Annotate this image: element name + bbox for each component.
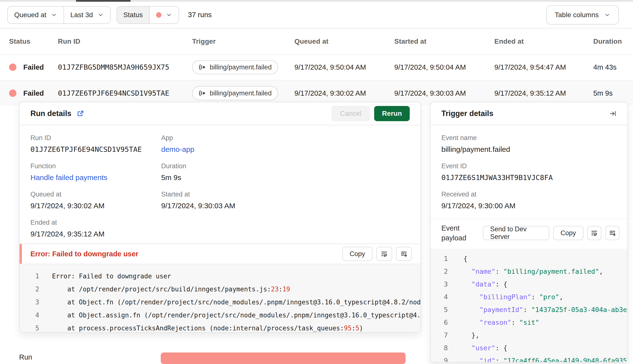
list-arrow-down-icon [400,250,408,258]
horizontal-scrollbar-track[interactable] [0,0,633,2]
field-value: 9/17/2024, 9:30:02 AM [30,202,161,210]
send-to-dev-server-button[interactable]: Send to Dev Server [483,226,549,240]
code-segment: Error: Failed to downgrade user [52,272,171,280]
code-segment: : [279,286,283,293]
code-segment: 23 [271,286,278,293]
field-label: Function [30,162,161,170]
text-wrap-icon [590,229,598,237]
table-row[interactable]: Failed 01J7ZFBG5DMM85MJA9H659JX75 billin… [0,54,633,80]
payload-line: 4 "billingPlan": "pro", [430,290,627,303]
status-failed-dot [156,12,162,18]
line-number: 2 [430,268,464,275]
status-filter-group: Status [116,6,179,24]
rerun-button[interactable]: Rerun [374,106,410,121]
status-dot [9,90,16,97]
line-number: 5 [430,306,464,314]
line-number: 2 [20,286,52,293]
payload-line: 7 }, [430,329,627,342]
code-segment: "billingPlan" [464,293,531,301]
payload-line: 9 "id": "17ca4ff6-45ea-4149-9b48-6fa935b… [430,354,627,362]
field-label: App [161,134,410,142]
event-payload-json[interactable]: 1{2 "name": "billing/payment.failed",3 "… [430,249,627,362]
wrap-text-button[interactable] [587,226,602,240]
copy-payload-button[interactable]: Copy [553,226,584,240]
field-value: 01J7ZE6TPJF6E94NCSD1V95TAE [30,145,161,154]
code-segment: "billing/payment.failed" [504,268,599,275]
function-link[interactable]: Handle failed payments [30,174,161,182]
code-segment: "user" [464,344,495,352]
field-ended-at: Ended at 9/17/2024, 9:35:12 AM [30,219,161,238]
error-header: Error: Failed to downgrade user Copy [20,244,420,264]
run-details-panel: Run details Cancel Rerun Run ID 01J7ZE6T… [19,102,421,332]
chevron-down-icon [98,12,104,18]
field-label: Run ID [30,134,161,142]
line-number: 5 [20,324,52,332]
collapse-panel-button[interactable] [609,110,616,117]
trigger-name: billing/payment.failed [210,90,272,97]
column-header-ended-at: Ended at [494,28,524,54]
line-number: 1 [430,255,464,262]
field-duration: Duration 5m 9s [161,162,410,182]
line-number: 8 [430,344,464,352]
code-segment: "1437a25f-05a3-404a-ab3e-d4e [531,306,627,314]
event-broadcast-icon [198,63,206,71]
timeline-failed-run-bar[interactable] [161,352,406,364]
table-columns-button[interactable]: Table columns [546,6,619,24]
status-filter-dropdown[interactable] [149,6,178,23]
field-label: Event ID [442,162,616,170]
field-run-id: Run ID 01J7ZE6TPJF6E94NCSD1V95TAE [30,134,161,154]
error-actions: Copy [342,247,412,261]
queued-at-cell: 9/17/2024, 9:50:04 AM [294,54,366,80]
field-value: 5m 9s [161,174,410,182]
column-header-queued-at: Queued at [294,28,328,54]
timerange-label: Last 3d [70,11,93,19]
expand-lines-button[interactable] [605,226,620,240]
cancel-button[interactable]: Cancel [332,106,370,121]
runs-dashboard: Queued at Last 3d Status 37 runs Table c… [0,0,633,364]
external-link-icon [77,110,84,117]
timerange-dropdown[interactable]: Last 3d [64,6,110,23]
field-value: 9/17/2024, 9:35:12 AM [30,230,161,238]
event-payload-actions: Send to Dev Server Copy [483,226,620,240]
code-segment: "paymentId" [464,306,523,314]
line-number: 4 [20,312,52,319]
event-payload-header: Event payload Send to Dev Server Copy [430,223,627,243]
code-segment: : [495,357,504,362]
wrap-text-button[interactable] [376,247,392,261]
expand-lines-button[interactable] [396,247,412,261]
trigger-pill[interactable]: billing/payment.failed [192,60,278,74]
trigger-pill[interactable]: billing/payment.failed [192,86,278,100]
open-run-external-button[interactable] [77,110,84,117]
code-segment: 5 [356,324,360,332]
code-segment: 19 [282,286,290,293]
field-label: Event name [442,134,616,142]
column-header-started-at: Started at [394,28,426,54]
stack-trace-line: 3 at Object.fn (/opt/render/project/src/… [20,296,420,308]
trigger-details-fields: Event name billing/payment.failed Event … [430,125,627,219]
started-at-cell: 9/17/2024, 9:50:04 AM [394,54,466,80]
time-filter-group: Queued at Last 3d [7,6,111,24]
run-details-fields: Run ID 01J7ZE6TPJF6E94NCSD1V95TAE App de… [20,125,420,238]
copy-error-button[interactable]: Copy [342,247,372,261]
field-label: Duration [161,162,410,170]
field-event-id: Event ID 01J7ZE6S1MJWA33HT9B1VJC8FA [442,162,616,182]
event-payload-title: Event payload [442,223,483,243]
filter-field-label: Queued at [14,11,46,19]
code-segment: , [599,268,603,275]
line-number: 1 [20,272,52,280]
trigger-details-title: Trigger details [442,109,494,118]
column-header-run-id: Run ID [58,28,80,54]
code-segment: , [559,293,563,301]
chevron-down-icon [51,12,57,18]
payload-line: 1{ [430,252,627,265]
horizontal-scrollbar-thumb[interactable] [76,0,130,2]
app-link[interactable]: demo-app [161,145,410,154]
arrow-right-to-line-icon [609,110,616,117]
error-stack-trace[interactable]: 1Error: Failed to downgrade user2 at /op… [20,264,420,332]
error-title: Error: Failed to downgrade user [30,250,138,258]
run-details-title: Run details [30,109,72,118]
payload-line: 3 "data": { [430,278,627,290]
timeline-run-label: Run [19,353,32,361]
filter-field-dropdown[interactable]: Queued at [8,6,64,23]
code-segment: }, [464,332,480,339]
